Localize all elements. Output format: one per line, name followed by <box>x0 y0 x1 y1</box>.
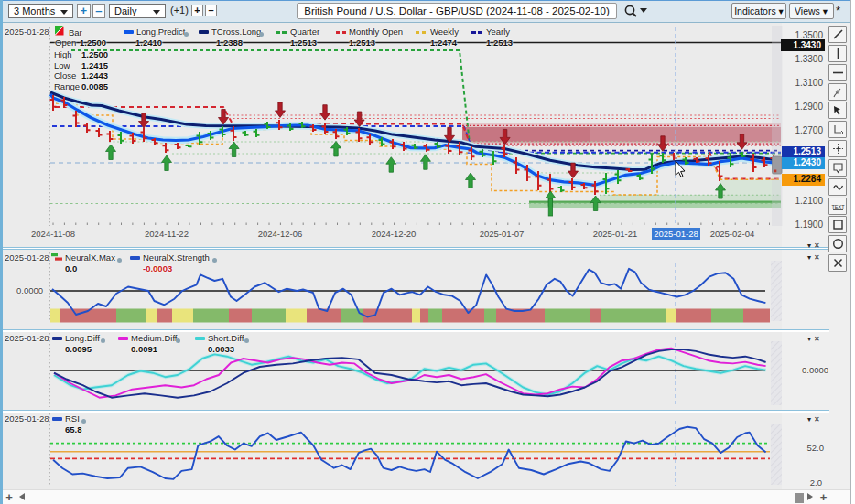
svg-text:TEXT: TEXT <box>831 204 845 209</box>
